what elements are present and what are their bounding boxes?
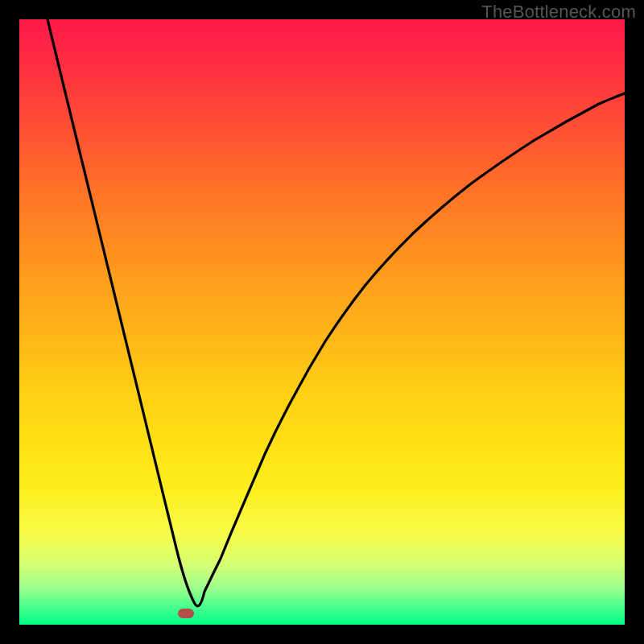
chart-plot-area [19,19,625,625]
bottleneck-curve [19,19,625,625]
watermark-text: TheBottleneck.com [481,2,636,23]
chart-frame: TheBottleneck.com [0,0,644,644]
curve-path [47,19,625,606]
optimal-point-marker [178,609,194,618]
